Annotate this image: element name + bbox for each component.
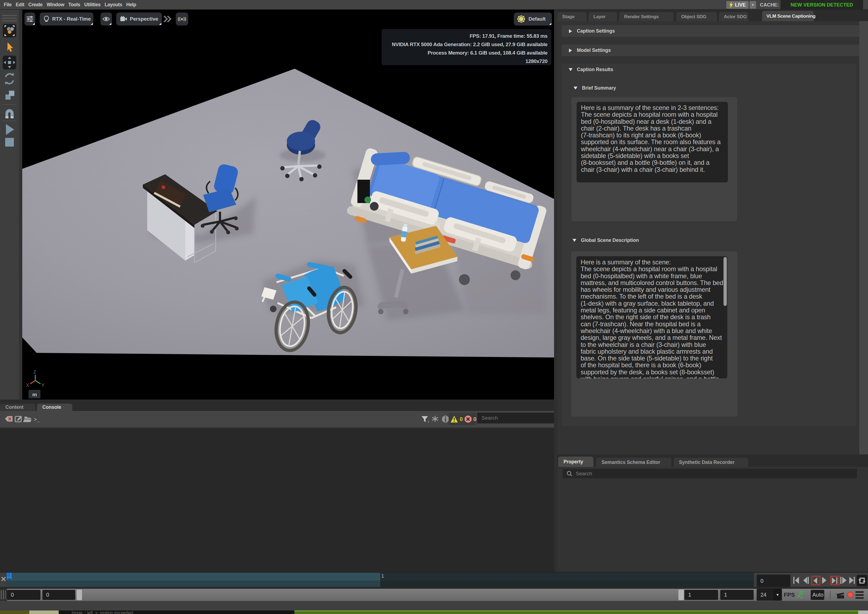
svg-text:Z: Z — [34, 370, 36, 374]
svg-text:m: m — [32, 392, 37, 397]
svg-text:X: X — [26, 383, 29, 388]
svg-text:Y: Y — [42, 383, 45, 388]
svg-text:>_: >_ — [34, 416, 40, 422]
